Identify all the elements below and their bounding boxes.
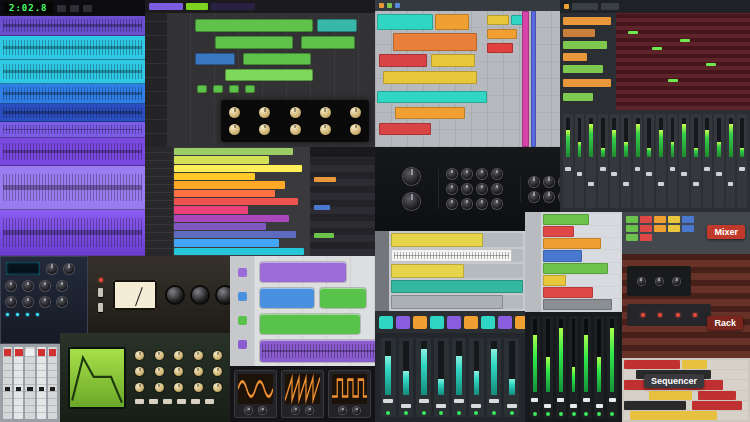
region-clip[interactable] <box>260 262 346 282</box>
channel-block[interactable] <box>626 234 638 241</box>
seq-clip[interactable] <box>649 391 692 400</box>
synth-knob[interactable] <box>194 367 203 376</box>
fader-handle[interactable] <box>681 172 687 176</box>
preset-button[interactable] <box>163 399 172 404</box>
channel-block[interactable] <box>668 225 680 232</box>
track-lane[interactable] <box>174 198 298 205</box>
fader-handle[interactable] <box>419 399 429 403</box>
region-clip[interactable] <box>320 288 366 308</box>
channel-block[interactable] <box>640 234 652 241</box>
console-channel-strip[interactable] <box>556 316 566 418</box>
loop-clip[interactable] <box>391 249 512 263</box>
mini-channel-strip[interactable] <box>48 347 57 419</box>
synth-knob[interactable] <box>174 367 183 376</box>
console-channel-strip[interactable] <box>543 316 553 418</box>
fader-handle[interactable] <box>557 398 564 402</box>
audio-clip[interactable] <box>0 122 145 138</box>
fader-handle[interactable] <box>716 172 722 176</box>
synth-knob[interactable] <box>544 192 554 202</box>
preset-button[interactable] <box>205 399 214 404</box>
device-knob[interactable] <box>23 297 33 307</box>
fader-handle[interactable] <box>583 398 590 402</box>
synth-knob[interactable] <box>492 199 502 209</box>
clip[interactable] <box>543 263 608 274</box>
step-block[interactable] <box>379 316 393 329</box>
seq-clip[interactable] <box>624 401 686 410</box>
step-cell[interactable] <box>229 85 239 93</box>
synth-knob[interactable] <box>477 199 487 209</box>
synth-knob[interactable] <box>492 184 502 194</box>
synth-knob[interactable] <box>447 169 457 179</box>
pattern-clip[interactable] <box>377 91 487 103</box>
device-knob[interactable] <box>57 297 67 307</box>
fader-handle[interactable] <box>27 387 32 391</box>
arrange-grid[interactable] <box>254 256 375 366</box>
track-lane[interactable] <box>174 165 302 172</box>
fader-handle[interactable] <box>704 167 710 171</box>
device-knob[interactable] <box>57 281 67 291</box>
toolbar-chip[interactable] <box>186 3 208 10</box>
mixer-channel-strip[interactable] <box>621 114 631 208</box>
toolbar-button[interactable] <box>379 3 384 8</box>
midi-clip[interactable] <box>225 69 313 81</box>
mini-channel-strip[interactable] <box>25 347 34 419</box>
toolbar-chip[interactable] <box>572 3 598 10</box>
channel-block[interactable] <box>640 225 652 232</box>
toolbar-button[interactable] <box>387 3 392 8</box>
synth-knob[interactable] <box>135 351 144 360</box>
fader-handle[interactable] <box>565 167 571 171</box>
track-header-column[interactable] <box>375 231 389 311</box>
step-cell[interactable] <box>197 85 207 93</box>
mixer-channel-strip[interactable] <box>487 338 502 417</box>
synth-knob[interactable] <box>403 193 420 210</box>
step-block[interactable] <box>413 316 427 329</box>
track-lane[interactable] <box>174 223 266 230</box>
step-cell[interactable] <box>245 85 255 93</box>
synth-knob[interactable] <box>477 184 487 194</box>
console-channel-strip[interactable] <box>607 316 617 418</box>
fader-handle[interactable] <box>600 167 606 171</box>
device-knob[interactable] <box>6 281 16 291</box>
plugin-knob[interactable] <box>259 124 270 135</box>
module-knob[interactable] <box>245 407 252 414</box>
seq-clip[interactable] <box>692 401 742 410</box>
clip[interactable] <box>543 287 593 298</box>
audio-clip[interactable] <box>563 79 611 87</box>
synth-knob[interactable] <box>135 383 144 392</box>
midi-note[interactable] <box>680 39 690 42</box>
mixer-channel-strip[interactable] <box>504 338 519 417</box>
fader-handle[interactable] <box>531 398 538 402</box>
mixer-channel-strip[interactable] <box>598 114 608 208</box>
rack-module[interactable] <box>627 266 691 296</box>
fader-handle[interactable] <box>454 399 464 403</box>
list-tag[interactable] <box>314 205 330 210</box>
step-block[interactable] <box>447 316 461 329</box>
channel-block[interactable] <box>626 216 638 223</box>
track-lane[interactable] <box>174 173 255 180</box>
loop-clip[interactable] <box>391 280 523 294</box>
mixer-channel-strip[interactable] <box>656 114 666 208</box>
module-knob[interactable] <box>306 407 313 414</box>
midi-clip[interactable] <box>301 36 355 49</box>
track-header-column[interactable] <box>145 13 167 147</box>
module-knob[interactable] <box>339 407 346 414</box>
fader-handle[interactable] <box>658 182 664 186</box>
track-lane[interactable] <box>543 263 620 274</box>
midi-clip[interactable] <box>243 53 311 65</box>
sequencer-lane[interactable] <box>624 401 748 410</box>
clip[interactable] <box>543 226 574 237</box>
fader-handle[interactable] <box>471 404 481 408</box>
region-clip[interactable] <box>260 314 360 334</box>
synth-knob[interactable] <box>155 383 164 392</box>
console-channel-strip[interactable] <box>581 316 591 418</box>
synth-knob[interactable] <box>155 351 164 360</box>
mixer-channel-strip[interactable] <box>586 114 596 208</box>
fader-handle[interactable] <box>693 182 699 186</box>
synth-knob[interactable] <box>213 351 222 360</box>
mixer-channel-strip[interactable] <box>452 338 467 417</box>
track-lane[interactable] <box>174 156 269 163</box>
step-block[interactable] <box>481 316 495 329</box>
fader-handle[interactable] <box>489 399 499 403</box>
channel-block[interactable] <box>682 216 694 223</box>
preset-button[interactable] <box>149 399 158 404</box>
